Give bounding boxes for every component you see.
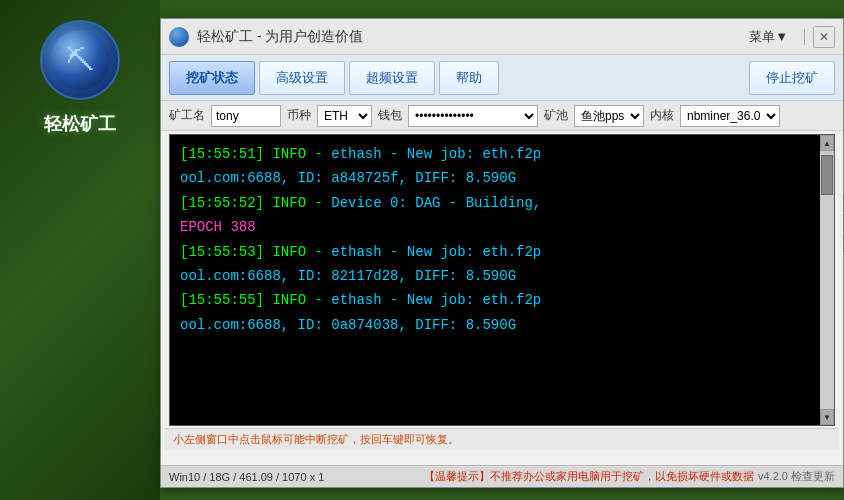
log-line-7: [15:55:55] INFO - ethash - New job: eth.… <box>180 289 824 311</box>
log-line-3: [15:55:52] INFO - Device 0: DAG - Buildi… <box>180 192 824 214</box>
warning-text: 【温馨提示】不推荐办公或家用电脑用于挖矿，以免损坏硬件或数据 <box>424 469 754 484</box>
miner-label: 矿工名 <box>169 107 205 124</box>
scrollbar-thumb[interactable] <box>821 155 833 195</box>
log-wrapper: [15:55:51] INFO - ethash - New job: eth.… <box>165 134 839 426</box>
title-icon <box>169 27 189 47</box>
tab-mining-status[interactable]: 挖矿状态 <box>169 61 255 95</box>
main-window: 轻松矿工 - 为用户创造价值 菜单▼ ✕ 挖矿状态 高级设置 超频设置 帮助 停… <box>160 18 844 488</box>
window-controls: 菜单▼ ✕ <box>741 26 835 48</box>
tab-overclock[interactable]: 超频设置 <box>349 61 435 95</box>
log-area[interactable]: [15:55:51] INFO - ethash - New job: eth.… <box>169 134 835 426</box>
window-title: 轻松矿工 - 为用户创造价值 <box>197 28 741 46</box>
core-label: 内核 <box>650 107 674 124</box>
version-info[interactable]: v4.2.0 检查更新 <box>758 469 835 484</box>
coin-label: 币种 <box>287 107 311 124</box>
log-line-6: ool.com:6688, ID: 82117d28, DIFF: 8.590G <box>180 265 824 287</box>
status-bar: Win10 / 18G / 461.09 / 1070 x 1 【温馨提示】不推… <box>161 465 843 487</box>
bottom-hint: 小左侧窗口中点击鼠标可能中断挖矿，按回车键即可恢复。 <box>165 428 839 450</box>
sidebar: ⛏ 轻松矿工 <box>0 0 160 500</box>
core-select[interactable]: nbminer_36.0 <box>680 105 780 127</box>
scroll-up-button[interactable]: ▲ <box>820 135 834 151</box>
log-line-1: [15:55:51] INFO - ethash - New job: eth.… <box>180 143 824 165</box>
system-info: Win10 / 18G / 461.09 / 1070 x 1 <box>169 471 420 483</box>
title-bar: 轻松矿工 - 为用户创造价值 菜单▼ ✕ <box>161 19 843 55</box>
app-name: 轻松矿工 <box>44 112 116 136</box>
menu-button[interactable]: 菜单▼ <box>741 26 796 48</box>
config-bar: 矿工名 币种 ETH 钱包 •••••••••••••• 矿池 鱼池pps+ 内… <box>161 101 843 131</box>
toolbar: 挖矿状态 高级设置 超频设置 帮助 停止挖矿 <box>161 55 843 101</box>
stop-mining-button[interactable]: 停止挖矿 <box>749 61 835 95</box>
log-line-2: ool.com:6688, ID: a848725f, DIFF: 8.590G <box>180 167 824 189</box>
tab-help[interactable]: 帮助 <box>439 61 499 95</box>
tab-advanced[interactable]: 高级设置 <box>259 61 345 95</box>
scrollbar-track: ▲ ▼ <box>820 135 834 425</box>
pickaxe-icon: ⛏ <box>66 44 94 77</box>
close-button[interactable]: ✕ <box>813 26 835 48</box>
app-icon: ⛏ <box>40 20 120 100</box>
coin-select[interactable]: ETH <box>317 105 372 127</box>
log-content: [15:55:51] INFO - ethash - New job: eth.… <box>170 135 834 346</box>
hint-text: 小左侧窗口中点击鼠标可能中断挖矿，按回车键即可恢复。 <box>173 432 459 447</box>
scroll-down-button[interactable]: ▼ <box>820 409 834 425</box>
divider <box>804 29 805 45</box>
log-line-5: [15:55:53] INFO - ethash - New job: eth.… <box>180 241 824 263</box>
log-line-4: EPOCH 388 <box>180 216 824 238</box>
wallet-label: 钱包 <box>378 107 402 124</box>
pool-select[interactable]: 鱼池pps+ <box>574 105 644 127</box>
wallet-select[interactable]: •••••••••••••• <box>408 105 538 127</box>
log-line-8: ool.com:6688, ID: 0a874038, DIFF: 8.590G <box>180 314 824 336</box>
miner-input[interactable] <box>211 105 281 127</box>
pool-label: 矿池 <box>544 107 568 124</box>
